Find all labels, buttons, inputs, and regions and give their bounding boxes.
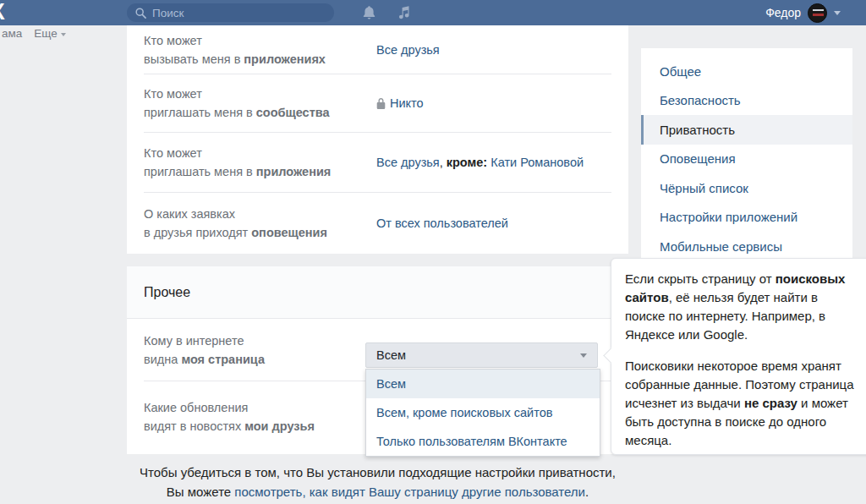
- chevron-down-icon: [580, 353, 587, 358]
- vk-privacy-settings-page: { "colors": { "header_bg": "#4b6b97", "l…: [0, 0, 866, 504]
- dropdown-option-except-search-sites[interactable]: Всем, кроме поисковых сайтов: [366, 398, 600, 427]
- left-nav-item-partial[interactable]: ама: [2, 27, 22, 40]
- settings-tab-blacklist[interactable]: Чёрный список: [641, 173, 852, 203]
- settings-tab-notifications[interactable]: Оповещения: [641, 145, 852, 174]
- dropdown-option-everyone[interactable]: Всем: [366, 370, 600, 398]
- privacy-value-apps-call[interactable]: Все друзья: [376, 43, 440, 57]
- search-box[interactable]: [127, 3, 334, 22]
- settings-tab-security[interactable]: Безопасность: [641, 86, 852, 116]
- privacy-row-friend-requests: О каких заявкахв друзья приходят оповеще…: [127, 193, 628, 254]
- privacy-value-invite-apps[interactable]: Все друзья, кроме: Кати Романовой: [376, 156, 584, 169]
- search-icon: [135, 8, 146, 19]
- vk-logo[interactable]: К: [0, 0, 3, 25]
- dropdown-option-vk-users-only[interactable]: Только пользователям ВКонтакте: [366, 427, 600, 456]
- left-nav-partial: ама Еще: [2, 27, 66, 40]
- privacy-row-invite-communities: Кто можетприглашать меня в сообщества Ни…: [127, 74, 628, 132]
- bell-icon: [362, 5, 376, 20]
- privacy-check-note: Чтобы убедиться в том, что Вы установили…: [127, 463, 628, 501]
- music-note-icon: [397, 5, 411, 20]
- settings-tab-general[interactable]: Общее: [641, 57, 852, 86]
- select-value: Всем: [376, 348, 406, 362]
- notifications-button[interactable]: [356, 3, 381, 22]
- search-input[interactable]: [152, 7, 326, 19]
- settings-menu: Общее Безопасность Приватность Оповещени…: [641, 48, 852, 272]
- search-sites-tooltip: Если скрыть страницу от поисковых сайтов…: [611, 258, 866, 455]
- page-visibility-dropdown: Всем Всем, кроме поисковых сайтов Только…: [365, 369, 600, 457]
- page-visibility-select[interactable]: Всем: [365, 342, 598, 368]
- privacy-value-friend-requests[interactable]: От всех пользователей: [376, 216, 508, 230]
- settings-tab-mobile[interactable]: Мобильные сервисы: [641, 232, 852, 261]
- music-button[interactable]: [392, 3, 417, 22]
- lock-icon: [376, 98, 386, 109]
- left-nav-more[interactable]: Еще: [34, 27, 65, 40]
- settings-tab-apps[interactable]: Настройки приложений: [641, 203, 852, 233]
- chevron-down-icon: [834, 11, 841, 15]
- section-title: Прочее: [127, 266, 628, 319]
- top-bar: К Федор: [0, 0, 866, 25]
- user-avatar: [808, 3, 827, 23]
- user-name: Федор: [765, 6, 801, 19]
- user-menu[interactable]: Федор: [765, 0, 841, 25]
- settings-tab-privacy[interactable]: Приватность: [641, 115, 852, 145]
- privacy-settings-card: Кто можетвызывать меня в приложениях Все…: [127, 25, 628, 254]
- privacy-value-invite-communities[interactable]: Никто: [376, 96, 424, 110]
- privacy-row-invite-apps: Кто можетприглашать меня в приложения Вс…: [127, 133, 628, 192]
- chevron-down-icon: [61, 33, 66, 36]
- privacy-row-apps-call: Кто можетвызывать меня в приложениях Все…: [127, 25, 628, 74]
